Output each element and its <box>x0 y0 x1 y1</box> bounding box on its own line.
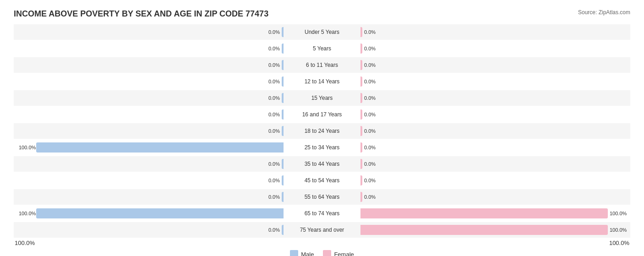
chart-row: 0.0% Under 5 Years 0.0% <box>14 24 630 40</box>
male-value: 0.0% <box>264 161 282 167</box>
chart-row: 0.0% 12 to 14 Years 0.0% <box>14 74 630 89</box>
female-bar-container: 0.0% <box>360 192 625 202</box>
male-bar <box>282 192 284 202</box>
male-value: 0.0% <box>264 112 282 117</box>
female-value: 100.0% <box>608 227 625 233</box>
male-bar <box>36 142 284 153</box>
left-section: 0.0% <box>14 93 285 103</box>
male-bar-container: 0.0% <box>19 159 284 169</box>
chart-row: 100.0% 65 to 74 Years 100.0% <box>14 206 630 221</box>
right-section: 0.0% <box>359 192 630 202</box>
chart-row: 0.0% 5 Years 0.0% <box>14 41 630 56</box>
female-bar <box>360 225 608 235</box>
male-bar-container: 0.0% <box>19 192 284 202</box>
female-value: 0.0% <box>362 112 380 117</box>
male-bar <box>282 175 284 185</box>
left-section: 0.0% <box>14 192 285 202</box>
left-section: 0.0% <box>14 44 285 54</box>
age-label: 75 Years and over <box>285 227 359 233</box>
male-bar <box>282 60 284 70</box>
male-bar-container: 0.0% <box>19 76 284 87</box>
female-bar-container: 0.0% <box>360 175 625 185</box>
left-section: 100.0% <box>14 142 285 153</box>
chart-row: 100.0% 25 to 34 Years 0.0% <box>14 140 630 155</box>
male-bar <box>282 93 284 103</box>
female-bar-container: 0.0% <box>360 93 625 103</box>
female-bar-container: 100.0% <box>360 225 625 235</box>
bottom-right-value: 100.0% <box>609 240 629 246</box>
female-bar-container: 0.0% <box>360 109 625 120</box>
age-label: 12 to 14 Years <box>285 78 359 85</box>
chart-row: 0.0% 55 to 64 Years 0.0% <box>14 189 630 205</box>
male-bar-container: 0.0% <box>19 60 284 70</box>
female-value: 0.0% <box>362 128 380 134</box>
male-value: 100.0% <box>19 211 36 216</box>
age-label: 35 to 44 Years <box>285 161 359 167</box>
right-section: 0.0% <box>359 76 630 87</box>
chart-area: 0.0% Under 5 Years 0.0% 0.0% 5 Years <box>14 24 630 246</box>
male-bar <box>282 126 284 136</box>
female-bar-container: 0.0% <box>360 76 625 87</box>
male-value: 0.0% <box>264 62 282 68</box>
female-bar-container: 100.0% <box>360 208 625 218</box>
female-bar-container: 0.0% <box>360 159 625 169</box>
legend-female: Female <box>323 250 354 256</box>
right-section: 0.0% <box>359 44 630 54</box>
female-value: 0.0% <box>362 29 380 35</box>
male-bar <box>282 76 284 87</box>
chart-row: 0.0% 35 to 44 Years 0.0% <box>14 156 630 172</box>
left-section: 0.0% <box>14 109 285 120</box>
male-bar-container: 0.0% <box>19 225 284 235</box>
male-value: 0.0% <box>264 194 282 200</box>
male-value: 0.0% <box>264 29 282 35</box>
age-label: 65 to 74 Years <box>285 210 359 217</box>
male-value: 0.0% <box>264 79 282 84</box>
male-value: 0.0% <box>264 178 282 183</box>
bottom-left-value: 100.0% <box>15 240 35 246</box>
right-section: 0.0% <box>359 142 630 153</box>
female-bar-container: 0.0% <box>360 27 625 37</box>
legend: Male Female <box>14 250 630 256</box>
female-value: 100.0% <box>608 211 625 216</box>
female-value: 0.0% <box>362 161 380 167</box>
male-value: 100.0% <box>19 145 36 150</box>
age-label: 55 to 64 Years <box>285 194 359 200</box>
female-value: 0.0% <box>362 46 380 51</box>
age-label: Under 5 Years <box>285 29 359 35</box>
male-bar-container: 100.0% <box>19 208 284 218</box>
right-section: 100.0% <box>359 208 630 218</box>
male-bar <box>282 44 284 54</box>
male-bar-container: 0.0% <box>19 175 284 185</box>
female-value: 0.0% <box>362 178 380 183</box>
female-value: 0.0% <box>362 145 380 150</box>
bottom-values: 100.0% 100.0% <box>14 240 630 246</box>
chart-row: 0.0% 6 to 11 Years 0.0% <box>14 57 630 73</box>
right-section: 0.0% <box>359 109 630 120</box>
female-value: 0.0% <box>362 62 380 68</box>
right-section: 0.0% <box>359 159 630 169</box>
chart-row: 0.0% 16 and 17 Years 0.0% <box>14 107 630 122</box>
female-bar-container: 0.0% <box>360 60 625 70</box>
chart-title: INCOME ABOVE POVERTY BY SEX AND AGE IN Z… <box>14 9 268 19</box>
left-section: 0.0% <box>14 126 285 136</box>
male-value: 0.0% <box>264 95 282 101</box>
age-label: 15 Years <box>285 95 359 101</box>
chart-row: 0.0% 75 Years and over 100.0% <box>14 222 630 238</box>
legend-male-label: Male <box>301 251 314 256</box>
female-value: 0.0% <box>362 79 380 84</box>
female-bar-container: 0.0% <box>360 142 625 153</box>
chart-row: 0.0% 15 Years 0.0% <box>14 90 630 106</box>
male-bar-container: 0.0% <box>19 109 284 120</box>
age-label: 18 to 24 Years <box>285 128 359 134</box>
chart-row: 0.0% 45 to 54 Years 0.0% <box>14 173 630 188</box>
male-bar <box>36 208 284 218</box>
age-label: 16 and 17 Years <box>285 111 359 118</box>
female-bar-container: 0.0% <box>360 44 625 54</box>
chart-row: 0.0% 18 to 24 Years 0.0% <box>14 123 630 139</box>
right-section: 0.0% <box>359 27 630 37</box>
male-bar-container: 0.0% <box>19 27 284 37</box>
legend-male-box <box>290 250 298 256</box>
male-bar-container: 0.0% <box>19 93 284 103</box>
male-bar <box>282 225 284 235</box>
male-bar-container: 0.0% <box>19 44 284 54</box>
